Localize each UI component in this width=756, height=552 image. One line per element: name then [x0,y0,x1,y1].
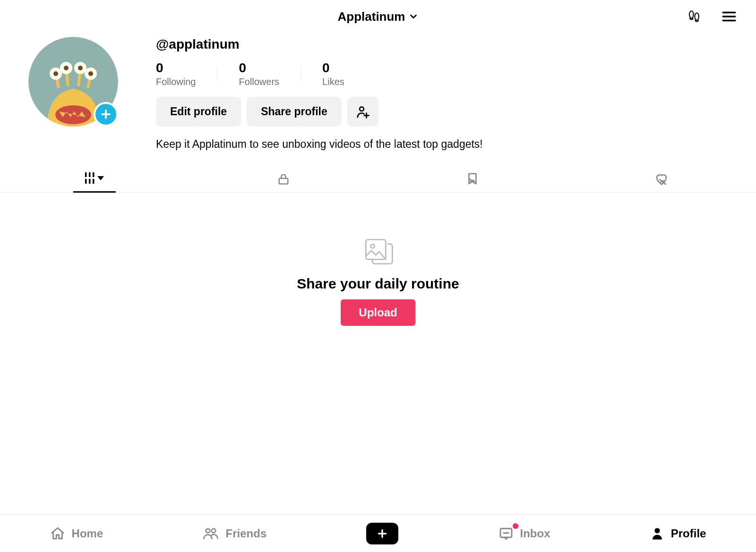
nav-home-label: Home [72,527,103,540]
profile-bio: Keep it Applatinum to see unboxing video… [156,138,728,151]
bottom-nav: Home Friends Inbox Profile [0,514,756,552]
svg-point-36 [206,528,210,533]
svg-marker-30 [97,176,104,180]
stat-following[interactable]: 0 Following [156,60,196,87]
followers-count: 0 [239,60,279,76]
heart-hidden-icon [654,172,669,186]
svg-rect-25 [89,172,91,177]
bookmark-hidden-icon [465,172,480,186]
svg-point-37 [212,528,216,533]
edit-profile-button[interactable]: Edit profile [156,97,241,127]
tab-liked[interactable] [567,166,756,192]
nav-profile-label: Profile [671,527,706,540]
hamburger-icon [721,8,737,25]
add-friends-button[interactable] [347,97,378,127]
svg-point-14 [64,66,69,70]
footsteps-button[interactable] [686,8,702,25]
svg-rect-27 [85,179,87,184]
grid-dropdown-icon [85,172,104,186]
svg-point-1 [695,13,699,20]
svg-point-12 [53,71,58,76]
menu-button[interactable] [721,8,737,25]
plus-icon [99,108,112,121]
svg-point-42 [654,528,660,533]
tab-saved[interactable] [378,166,567,192]
svg-rect-28 [89,179,91,184]
inbox-icon [498,526,514,541]
likes-label: Likes [322,76,344,87]
following-count: 0 [156,60,196,76]
svg-point-0 [689,11,694,18]
share-profile-button[interactable]: Share profile [247,97,342,127]
account-switcher[interactable]: Applatinum [338,9,419,24]
upload-button[interactable]: Upload [341,299,415,326]
nav-friends-label: Friends [225,527,266,540]
svg-rect-29 [93,179,94,184]
home-icon [50,526,65,541]
following-label: Following [156,76,196,87]
display-name: Applatinum [338,9,405,24]
tab-posts[interactable] [0,166,189,192]
nav-inbox[interactable]: Inbox [498,526,550,541]
profile-icon [650,527,664,541]
svg-rect-24 [85,172,87,177]
svg-point-18 [88,71,93,76]
notification-dot [513,523,518,529]
svg-point-6 [55,105,91,124]
nav-home[interactable]: Home [50,526,103,541]
svg-point-16 [78,66,83,70]
likes-count: 0 [322,60,344,76]
chevron-down-icon [408,11,419,22]
avatar-container[interactable] [28,37,118,127]
plus-icon [376,527,388,540]
stat-likes[interactable]: 0 Likes [322,60,344,87]
nav-profile[interactable]: Profile [650,527,706,541]
stat-divider [217,67,217,81]
svg-point-21 [360,107,364,111]
tab-private[interactable] [189,166,378,192]
add-person-icon [356,105,370,119]
add-story-button[interactable] [94,102,118,127]
svg-rect-31 [279,178,288,184]
nav-friends[interactable]: Friends [203,526,266,541]
profile-handle: @applatinum [156,37,728,52]
nav-create[interactable] [366,523,398,544]
friends-icon [203,526,219,541]
followers-label: Followers [239,76,279,87]
svg-point-35 [370,244,374,248]
stat-divider [301,67,301,81]
svg-rect-26 [93,172,94,177]
photos-icon [361,235,395,268]
footsteps-icon [686,8,702,25]
lock-icon [277,172,290,186]
nav-inbox-label: Inbox [520,527,550,540]
stat-followers[interactable]: 0 Followers [239,60,279,87]
empty-state-title: Share your daily routine [297,276,459,292]
